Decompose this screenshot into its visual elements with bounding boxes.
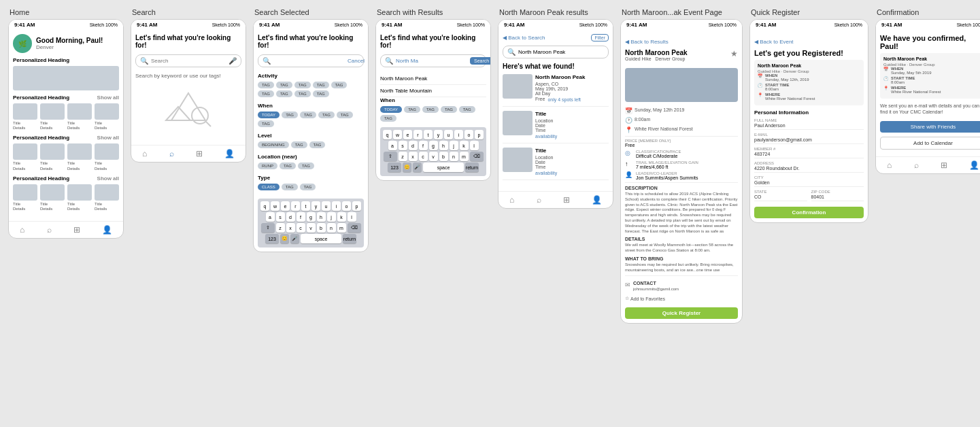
nm-search-box[interactable]: 🔍 <box>503 46 609 58</box>
kb-w[interactable]: w <box>271 201 280 211</box>
card-item[interactable]: TitleDetails <box>95 184 119 211</box>
kb-j[interactable]: j <box>327 212 336 222</box>
kb-e[interactable]: e <box>403 130 412 139</box>
tag[interactable]: TAG <box>294 82 311 88</box>
kb-t[interactable]: t <box>424 130 433 139</box>
nav-home[interactable]: ⌂ <box>509 195 514 205</box>
sr-search-btn[interactable]: Search <box>470 57 491 65</box>
ep-contact-email[interactable]: johnsummits@gamil.com <box>633 287 679 292</box>
card-item[interactable]: TitleDetails <box>67 184 92 211</box>
kb-v[interactable]: v <box>429 152 438 161</box>
kb-r[interactable]: r <box>291 201 300 211</box>
conf-share-btn[interactable]: Share with Friends <box>880 121 980 133</box>
ep-back-link[interactable]: ◀ Back to Results <box>625 39 669 45</box>
card-item[interactable]: TitleDetails <box>40 184 65 211</box>
search-input[interactable] <box>151 58 226 64</box>
kb-e[interactable]: e <box>281 201 290 211</box>
kb-123[interactable]: 123 <box>388 163 401 172</box>
sr-tag[interactable]: TAG <box>441 106 457 113</box>
tag[interactable]: TAG <box>280 163 296 169</box>
nav-profile[interactable]: 👤 <box>592 195 602 205</box>
nav-grid[interactable]: ⊞ <box>196 149 203 158</box>
kb-l[interactable]: l <box>348 212 356 222</box>
kb-g[interactable]: g <box>307 212 316 222</box>
sr-tag[interactable]: TAG <box>459 106 475 113</box>
result-north-maroon[interactable]: North Maroon Peak <box>380 73 486 85</box>
kb-shift[interactable]: ⇧ <box>384 152 397 161</box>
kb-return[interactable]: return <box>343 234 356 243</box>
kb-z[interactable]: z <box>399 152 407 161</box>
sr-today-tag[interactable]: TODAY <box>380 106 402 113</box>
tag[interactable]: TAG <box>258 82 274 88</box>
nav-search[interactable]: ⌕ <box>169 149 174 158</box>
tag[interactable]: TAG <box>276 82 292 88</box>
kb-mic[interactable]: 🎤 <box>290 234 299 243</box>
beginning-tag[interactable]: BEGINNING <box>258 141 289 148</box>
card-item[interactable]: TitleDetails <box>67 103 92 131</box>
qr-city-value[interactable]: Golden <box>754 180 864 187</box>
qr-back-link[interactable]: ◀ Back to Event <box>754 39 794 45</box>
tag[interactable]: TAG <box>282 112 298 118</box>
kb-x[interactable]: x <box>286 223 295 233</box>
class-tag[interactable]: CLASS <box>258 184 280 190</box>
card-item[interactable]: TitleDetails <box>95 143 119 171</box>
nav-grid[interactable]: ⊞ <box>73 225 80 235</box>
kb-u[interactable]: u <box>444 130 453 139</box>
nav-grid[interactable]: ⊞ <box>941 160 947 170</box>
kb-o[interactable]: o <box>342 201 351 211</box>
kb-y[interactable]: y <box>434 130 443 139</box>
kb-u[interactable]: u <box>322 201 331 211</box>
kb-l[interactable]: l <box>470 141 479 150</box>
kb-p[interactable]: p <box>352 201 361 211</box>
tag[interactable]: TAG <box>276 90 292 97</box>
kb-k[interactable]: k <box>337 212 346 222</box>
kb-p[interactable]: p <box>475 130 484 139</box>
qr-zip-value[interactable]: 80401 <box>811 194 864 201</box>
nm-back-link[interactable]: ◀ Back to Search <box>503 35 545 41</box>
kb-c[interactable]: c <box>419 152 428 161</box>
kb-delete[interactable]: ⌫ <box>348 223 361 233</box>
qr-member-value[interactable]: 483724 <box>754 152 864 158</box>
qr-name-value[interactable]: Paul Anderson <box>754 123 864 130</box>
nm-filter-btn[interactable]: Filter <box>591 34 609 41</box>
tag[interactable]: TAG <box>300 112 316 118</box>
kb-return[interactable]: return <box>465 163 479 172</box>
card-item[interactable]: TitleDetails <box>40 103 65 131</box>
kb-delete[interactable]: ⌫ <box>470 152 484 161</box>
tag[interactable]: TAG <box>313 82 329 88</box>
quick-register-btn[interactable]: Quick Register <box>625 307 738 319</box>
kb-v[interactable]: v <box>307 223 316 233</box>
kb-shift[interactable]: ⇧ <box>261 223 275 233</box>
sr-search-box[interactable]: 🔍 Search <box>380 54 486 67</box>
ep-add-favorites[interactable]: ☆ Add to Favorites <box>625 296 665 301</box>
card-item[interactable]: TitleDetails <box>67 143 92 171</box>
kb-space[interactable]: space <box>423 163 464 172</box>
qr-state-value[interactable]: CO <box>754 194 807 201</box>
qr-email-value[interactable]: paulyanderson@gmail.com <box>754 137 864 144</box>
kb-123[interactable]: 123 <box>265 234 279 243</box>
nav-profile[interactable]: 👤 <box>224 149 235 158</box>
kb-f[interactable]: f <box>297 212 305 222</box>
tag[interactable]: TAG <box>318 112 335 118</box>
show-all-4[interactable]: Show all <box>97 175 119 182</box>
nav-profile[interactable]: 👤 <box>969 160 979 170</box>
kb-m[interactable]: m <box>337 223 346 233</box>
kb-b[interactable]: b <box>439 152 448 161</box>
nav-profile[interactable]: 👤 <box>102 225 112 235</box>
kb-s[interactable]: s <box>399 141 407 150</box>
kb-a[interactable]: a <box>266 212 275 222</box>
conf-calendar-btn[interactable]: Add to Calendar <box>880 137 980 150</box>
tag[interactable]: TAG <box>282 184 298 190</box>
nav-search[interactable]: ⌕ <box>914 160 919 170</box>
sr-search-input[interactable] <box>396 58 467 64</box>
kb-b[interactable]: b <box>317 223 326 233</box>
tag[interactable]: TAG <box>337 112 353 118</box>
search-input-box[interactable]: 🔍 🎤 <box>135 54 241 67</box>
tag[interactable]: TAG <box>309 141 326 148</box>
nm-result-card-1[interactable]: North Maroon Peak Aspen, CO May 19th, 20… <box>503 74 609 107</box>
nav-home[interactable]: ⌂ <box>20 225 24 235</box>
kb-d[interactable]: d <box>409 141 418 150</box>
ss-search-input[interactable] <box>273 58 345 64</box>
kb-q[interactable]: q <box>260 201 269 211</box>
kb-z[interactable]: z <box>276 223 285 233</box>
